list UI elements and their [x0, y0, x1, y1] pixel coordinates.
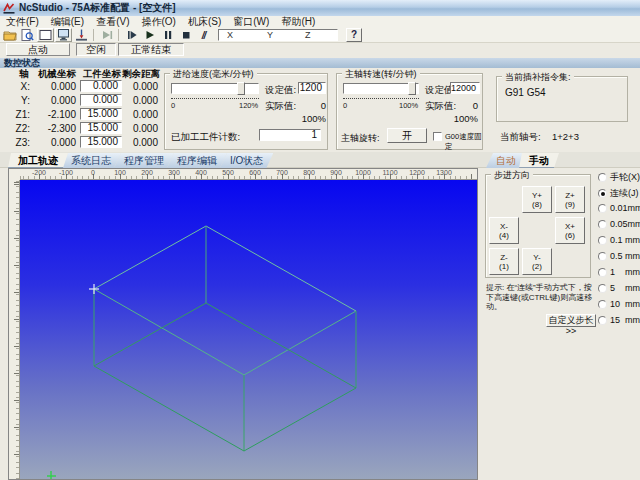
menu-file[interactable]: 文件(F) [0, 15, 45, 29]
stop-icon[interactable] [177, 28, 194, 42]
step-option-0-05mm[interactable]: 0.05mm [598, 219, 640, 229]
work-coord-field[interactable]: 0.000 [80, 80, 122, 92]
workpiece-count-field[interactable]: 1 [259, 129, 321, 141]
pause-icon[interactable] [159, 28, 176, 42]
toolbar-separator [118, 29, 119, 41]
spindle-on-button[interactable]: 开 [387, 128, 427, 143]
axis-name: Y: [6, 95, 30, 106]
spindle-slider-ticks [343, 95, 419, 99]
spindle-scale-max: 100% [399, 101, 418, 110]
feed-override-thumb[interactable] [237, 82, 245, 95]
step-option-5mm[interactable]: 5 mm [598, 283, 640, 293]
radio-icon [598, 173, 607, 182]
ruler-horizontal: -200 -100 0 100 200 300 400 500 600 700 … [20, 169, 477, 180]
work-coord-field[interactable]: 15.000 [80, 136, 122, 148]
radio-icon [598, 284, 607, 293]
g00-fixed-checkbox[interactable] [433, 132, 442, 141]
tab-manual[interactable]: 手动 [519, 153, 559, 168]
custom-step-button[interactable]: 自定义步长>> [546, 314, 596, 327]
control-tabs: 自动 手动 [486, 152, 552, 168]
axis-name: Z3: [6, 137, 30, 148]
show-machine-window-icon[interactable] [37, 28, 54, 42]
step-option-continuous[interactable]: 连续(J) [598, 187, 639, 200]
jog-z-minus-button[interactable]: Z-(1) [489, 248, 519, 275]
menu-help[interactable]: 帮助(H) [275, 15, 321, 29]
axis-x-label: X [227, 30, 233, 40]
cnc-status-header: 数控状态 [0, 58, 640, 68]
radio-icon [598, 204, 607, 213]
breakpoint-resume-icon[interactable]: // [195, 28, 212, 42]
position-marker [89, 284, 99, 294]
step-option-handwheel[interactable]: 手轮(X) [598, 171, 640, 184]
remain-dist: 0.000 [124, 95, 158, 106]
menu-window[interactable]: 窗口(W) [227, 15, 275, 29]
menu-operate[interactable]: 操作(O) [135, 15, 181, 29]
show-trace-window-icon[interactable] [55, 28, 72, 42]
open-file-icon[interactable] [1, 28, 18, 42]
step-option-0-1mm[interactable]: 0.1 mm [598, 235, 640, 245]
help-button[interactable]: ? [346, 28, 362, 42]
work-coord-field[interactable]: 15.000 [80, 108, 122, 120]
back-to-origin-icon[interactable] [73, 28, 90, 42]
feed-override-slider[interactable] [171, 83, 259, 94]
work-coord-field[interactable]: 15.000 [80, 122, 122, 134]
ruler-label: 0 [91, 169, 95, 176]
menu-view[interactable]: 查看(V) [90, 15, 135, 29]
ruler-label: 1200 [409, 169, 425, 176]
radio-icon [598, 300, 607, 309]
ruler-label: 400 [195, 169, 207, 176]
jog-x-plus-button[interactable]: X+(6) [555, 217, 585, 244]
ruler-vertical [9, 180, 20, 479]
work-coord-field[interactable]: 0.000 [80, 94, 122, 106]
interp-value: G91 G54 [505, 87, 546, 98]
col-axis: 轴 [14, 68, 34, 81]
step-option-10mm[interactable]: 10 mm [598, 299, 640, 309]
jog-y-plus-button[interactable]: Y+(8) [522, 186, 552, 213]
ruler-label: 200 [141, 169, 153, 176]
axis-no-value: 1+2+3 [552, 131, 579, 142]
spindle-set-value-field[interactable]: 12000 [450, 82, 480, 94]
jog-y-minus-button[interactable]: Y-(2) [522, 248, 552, 275]
feed-scale-max: 120% [239, 101, 258, 110]
step-option-1mm[interactable]: 1 mm [598, 267, 640, 277]
tab-program-manager[interactable]: 程序管理 [114, 153, 174, 168]
advanced-start-icon[interactable] [123, 28, 140, 42]
toolpath-canvas[interactable] [20, 180, 477, 479]
single-block-icon[interactable] [98, 28, 115, 42]
axis-select-box[interactable]: X Y Z [218, 29, 338, 41]
tab-toolpath[interactable]: 加工轨迹 [8, 153, 68, 168]
toolbar-separator [93, 29, 94, 41]
menu-edit[interactable]: 编辑(E) [45, 15, 90, 29]
feed-slider-ticks [171, 95, 259, 99]
step-option-0-5mm[interactable]: 0.5 mm [598, 251, 640, 261]
axis-name: Z2: [6, 123, 30, 134]
jog-z-plus-button[interactable]: Z+(9) [555, 186, 585, 213]
interp-command-group: 当前插补指令集: G91 G54 [496, 76, 628, 122]
spindle-speed-group: 主轴转速(转/分钟) 0 100% 设定值: 12000 实际值: 0 100%… [336, 73, 483, 150]
tab-io-status[interactable]: I/O状态 [220, 153, 273, 168]
machine-coord: 0.000 [32, 95, 76, 106]
start-icon[interactable] [141, 28, 158, 42]
simulate-preview-icon[interactable] [19, 28, 36, 42]
menu-machine[interactable]: 机床(S) [182, 15, 227, 29]
radio-icon [598, 316, 607, 325]
axis-name: Z1: [6, 109, 30, 120]
spindle-override-thumb[interactable] [408, 82, 416, 95]
feed-set-value-field[interactable]: 1200 [298, 82, 326, 94]
step-option-0-01mm[interactable]: 0.01mm [598, 203, 640, 213]
tab-program-editor[interactable]: 程序编辑 [167, 153, 227, 168]
jog-x-minus-button[interactable]: X-(4) [489, 217, 519, 244]
tab-system-log[interactable]: 系统日志 [61, 153, 121, 168]
remain-dist: 0.000 [124, 137, 158, 148]
ruler-label: 600 [249, 169, 261, 176]
feed-actual-label: 实际值: [265, 100, 296, 113]
col-remain: 剩余距离 [122, 68, 160, 81]
ruler-label: 900 [330, 169, 342, 176]
feed-set-label: 设定值: [265, 84, 296, 97]
machine-coord: 0.000 [32, 137, 76, 148]
ruler-label: 700 [276, 169, 288, 176]
ncstudio-window: NcStudio - 75A标准配置 - [空文件] 文件(F) 编辑(E) 查… [0, 0, 640, 480]
g00-fixed-label: G00速度固定 [445, 132, 482, 152]
step-option-15mm[interactable]: 15 mm [598, 315, 640, 325]
app-logo-icon [3, 3, 15, 14]
